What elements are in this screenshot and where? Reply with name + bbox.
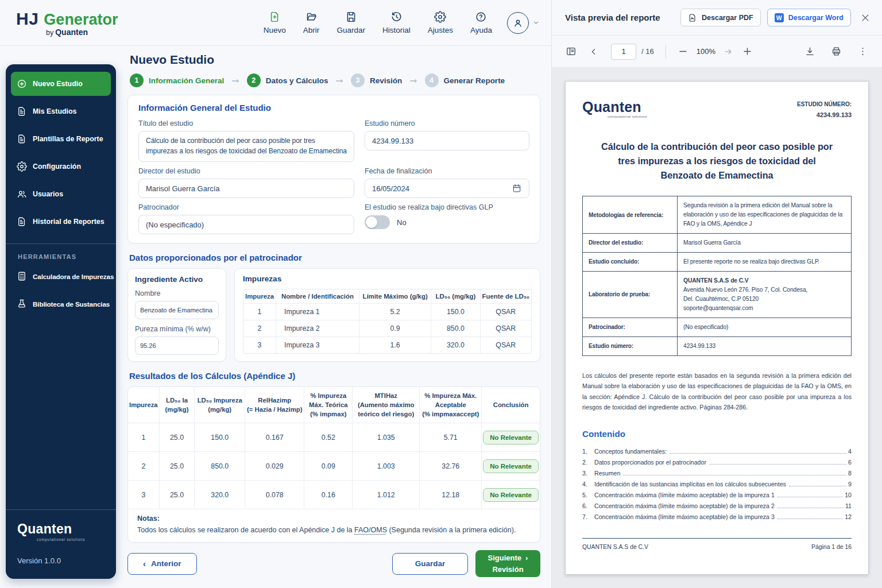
close-preview-button[interactable] (860, 13, 871, 23)
page-number-input[interactable]: 1 (611, 44, 636, 60)
sidebar-item-biblioteca[interactable]: Biblioteca de Sustancias (11, 292, 111, 316)
impurities-card: Impurezas Impureza Nombre / Identificaci… (234, 268, 540, 362)
fit-width-button[interactable] (724, 47, 733, 56)
tools-heading: HERRAMIENTAS (18, 253, 116, 260)
report-footer: QUANTEN S.A.S de C.V Página 1 de 16 (582, 538, 852, 550)
nav-ayuda[interactable]: Ayuda (470, 11, 492, 34)
impurities-title: Impurezas (243, 274, 532, 283)
zoom-level: 100% (697, 47, 715, 56)
main-content: Nuevo Estudio 1 Información General ➞ 2 … (127, 51, 540, 577)
preview-title: Vista previa del reporte (565, 13, 674, 22)
descargar-pdf-button[interactable]: Descargar PDF (680, 9, 761, 26)
zoom-in-button[interactable] (742, 46, 753, 57)
sidebar-item-plantillas[interactable]: Plantillas de Reporte (11, 127, 111, 151)
gear-icon (434, 11, 446, 23)
director-input[interactable]: Marisol Guerra García (138, 179, 354, 198)
numero-input[interactable]: 4234.99.133 (365, 131, 529, 150)
pdf-file-icon (688, 13, 697, 22)
plus-circle-icon (17, 79, 27, 89)
more-options-button[interactable] (857, 46, 868, 57)
fecha-label: Fecha de finalización (365, 167, 529, 175)
table-row: 2 25.0 850.0 0.029 0.09 1.003 32.76 No R… (128, 452, 540, 481)
nombre-input[interactable]: Benzoato de Emamectina (135, 301, 219, 319)
fao-oms-link[interactable]: FAO/OMS (354, 526, 387, 534)
calendar-icon[interactable] (512, 183, 522, 194)
history-icon (390, 11, 403, 23)
anterior-button[interactable]: ‹Anterior (127, 553, 197, 575)
toc: 1.Conceptos fundamentales:4 2.Datos prop… (582, 446, 852, 522)
toc-item: 6.Concentración máxima (límite máximo ac… (582, 501, 852, 512)
toc-item: 7.Concentración máxima (límite máximo ac… (582, 512, 852, 523)
siguiente-button[interactable]: Siguiente› Revisión (475, 550, 540, 577)
glp-state: No (397, 218, 407, 227)
glp-label: El estudio se realiza bajo directivas GL… (365, 203, 529, 211)
table-row: 3 25.0 320.0 0.078 0.16 1.012 12.18 No R… (128, 481, 540, 509)
report-body-paragraph: Los cálculos del presente reporte están … (582, 370, 852, 413)
printer-icon (831, 46, 842, 57)
logo-generator: Generator (44, 11, 118, 29)
user-menu[interactable] (507, 12, 540, 34)
zoom-out-button[interactable] (678, 46, 688, 57)
table-row: 2 Impureza 2 0.9 850.0 QSAR (243, 320, 531, 337)
step-generar-reporte[interactable]: 4 Generar Reporte (425, 74, 505, 87)
sidebar-item-calculadora[interactable]: Calculadora de Impurezas (11, 264, 111, 288)
status-badge: No Relevante (483, 459, 539, 473)
print-button[interactable] (831, 46, 842, 57)
sponsor-section-heading: Datos proporcionados por el patrocinador (129, 253, 540, 262)
step-datos-calculos[interactable]: 2 Datos y Cálculos (247, 74, 328, 87)
titulo-input[interactable]: Cálculo de la contribución del peor caso… (138, 131, 354, 162)
sidebar-item-configuracion[interactable]: Configuración (11, 154, 111, 179)
nav-abrir[interactable]: Abrir (303, 11, 320, 34)
logo-hj: HJ (16, 9, 38, 29)
toggle-knob (366, 216, 377, 228)
nav-historial[interactable]: Historial (382, 11, 411, 34)
help-icon (475, 11, 487, 23)
pureza-input[interactable]: 95.26 (135, 336, 219, 355)
patrocinador-input[interactable]: (No especificado) (138, 215, 354, 234)
step-informacion-general[interactable]: 1 Información General (130, 74, 224, 87)
notes-text: Todos los cálculos se realizaron de acue… (137, 526, 531, 534)
save-icon (345, 11, 357, 23)
pureza-label: Pureza mínima (% w/w) (135, 325, 219, 333)
top-nav: Nuevo Abrir Guardar Historial Ajustes Ay… (264, 11, 492, 34)
fecha-input[interactable]: 16/05/2024 (365, 179, 529, 198)
prev-page-button[interactable] (589, 47, 598, 56)
download-button[interactable] (804, 46, 815, 57)
descargar-word-button[interactable]: WDescargar Word (767, 9, 851, 26)
sidebar-item-usuarios[interactable]: Usuarios (11, 182, 111, 206)
nav-guardar[interactable]: Guardar (336, 11, 365, 34)
sidebar-item-nuevo-estudio[interactable]: Nuevo Estudio (11, 72, 111, 96)
results-section-heading: Resultados de los Cálculos (Apéndice J) (129, 371, 540, 381)
nav-nuevo[interactable]: Nuevo (264, 11, 286, 34)
thumbnails-toggle[interactable] (566, 46, 577, 57)
chevron-down-icon (532, 19, 540, 26)
sidebar-brand-tagline: computational solutions (37, 537, 105, 541)
step-revision[interactable]: 3 Revisión (351, 74, 402, 87)
sidebar-item-historial-reportes[interactable]: Historial de Reportes (11, 210, 111, 234)
director-label: Director del estudio (138, 167, 354, 175)
patrocinador-label: Patrocinador (138, 203, 354, 211)
pdf-viewer[interactable]: Quanten computational solutions ESTUDIO … (552, 68, 882, 588)
preview-header: Vista previa del reporte Descargar PDF W… (552, 0, 882, 36)
nav-ajustes[interactable]: Ajustes (428, 11, 453, 34)
toc-item: 4.Identificación de las sustancias implí… (582, 479, 852, 490)
results-card: Impureza LD₅₀ Ia (mg/kg) LD₅₀ Impureza (… (127, 386, 540, 543)
status-badge: No Relevante (483, 488, 539, 502)
sidebar-item-mis-estudios[interactable]: Mis Estudios (11, 99, 111, 123)
guardar-button[interactable]: Guardar (392, 553, 468, 575)
app-version: Versión 1.0.0 (17, 556, 105, 565)
close-icon (860, 13, 871, 23)
sidebar-brand-logo: Quanten (17, 521, 105, 537)
app-logo: HJ Generator byQuanten (16, 9, 118, 37)
calculator-icon (17, 271, 27, 281)
numero-label: Estudio número (365, 119, 529, 127)
titulo-label: Título del estudio (138, 119, 354, 127)
nombre-label: Nombre (135, 289, 219, 297)
avatar (507, 12, 529, 34)
glp-toggle[interactable] (365, 215, 390, 229)
report-title: Cálculo de la contribución del peor caso… (596, 140, 838, 183)
app-header: HJ Generator byQuanten Nuevo Abrir Guard… (0, 0, 551, 46)
toc-item: 1.Conceptos fundamentales:4 (582, 446, 852, 457)
word-icon: W (775, 13, 784, 22)
flask-icon (17, 299, 27, 309)
